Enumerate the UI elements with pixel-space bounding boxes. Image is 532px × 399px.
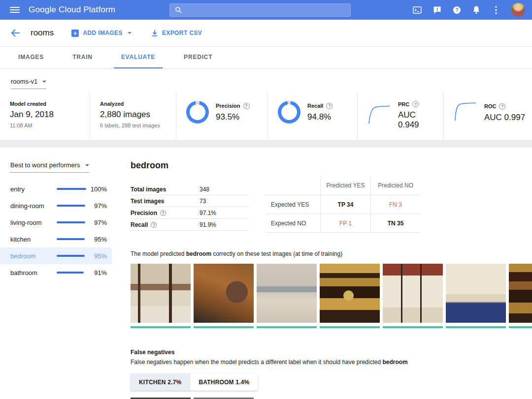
bell-icon[interactable]	[472, 5, 481, 14]
performers-list: entry 100% dining-room 97% living-room 9…	[0, 181, 112, 281]
help-icon[interactable]	[499, 103, 505, 110]
stat-value: Jan 9, 2018	[10, 110, 85, 120]
metric-value: 73	[200, 198, 206, 205]
caret-down-icon	[85, 164, 89, 166]
help-icon[interactable]	[160, 210, 166, 216]
confusion-col-predicted-yes: Predicted YES	[320, 176, 370, 195]
tab-predict[interactable]: PREDICT	[176, 47, 220, 68]
test-image-four-poster-bed[interactable]	[131, 264, 191, 328]
label-metrics-table: Total images 348 Test images 73 Precisio…	[131, 184, 249, 231]
caret-down-icon	[42, 81, 46, 83]
performers-sort-select[interactable]: Best to worst performers	[10, 161, 89, 173]
more-vert-icon[interactable]	[492, 5, 500, 14]
performer-label: entry	[10, 185, 57, 193]
help-icon[interactable]	[151, 222, 157, 228]
performer-bar	[57, 205, 86, 207]
stat-roc: ROC AUC 0.997	[443, 92, 532, 139]
confusion-row-expected-no: Expected NO	[266, 214, 320, 233]
thumbnail-score-bar	[509, 326, 532, 328]
model-version-value: rooms-v1	[11, 78, 37, 85]
stat-label: Recall	[307, 103, 323, 109]
dataset-toolbar: rooms ADD IMAGES EXPORT CSV	[0, 20, 532, 47]
test-image-antique-chest[interactable]	[320, 264, 380, 328]
confusion-cell-tp: TP 34	[320, 195, 370, 214]
confusion-matrix: Predicted YES Predicted NO Expected YES …	[266, 176, 420, 233]
false-negatives-section: False negatives False negatives happen w…	[131, 349, 532, 399]
help-icon[interactable]	[412, 101, 419, 107]
test-image-blue-carpet-bedroom[interactable]	[446, 264, 506, 328]
stat-sub: 11:08 AM	[10, 123, 85, 128]
stat-label: Analyzed	[100, 101, 171, 107]
metric-label: Precision	[131, 210, 157, 216]
metric-value: 91.9%	[200, 221, 216, 228]
tab-train[interactable]: TRAIN	[65, 47, 100, 68]
search-bar[interactable]	[169, 3, 351, 17]
performer-bar	[57, 188, 86, 190]
caption-text: The model predicted	[131, 250, 186, 257]
export-csv-button[interactable]: EXPORT CSV	[151, 30, 202, 37]
stat-precision: Precision 93.5%	[176, 92, 267, 139]
user-avatar[interactable]	[511, 3, 525, 17]
version-row: rooms-v1	[0, 69, 532, 91]
performers-sort-value: Best to worst performers	[10, 161, 80, 169]
stat-recall: Recall 94.8%	[267, 92, 357, 139]
add-box-icon	[71, 30, 79, 37]
back-arrow-icon[interactable]	[11, 27, 23, 39]
performer-row-dining-room[interactable]: dining-room 97%	[0, 197, 112, 214]
test-image-dresser-drawers[interactable]	[257, 264, 317, 328]
thumbnail-score-bar	[257, 326, 317, 328]
model-version-select[interactable]: rooms-v1	[11, 78, 46, 89]
correct-predictions-caption: The model predicted bedroom correctly on…	[131, 250, 532, 257]
tab-bar: IMAGES TRAIN EVALUATE PREDICT	[0, 47, 532, 69]
metric-label: Test images	[131, 198, 164, 205]
performer-row-bathroom[interactable]: bathroom 91%	[0, 264, 112, 281]
tab-evaluate[interactable]: EVALUATE	[114, 47, 163, 68]
precision-donut-chart	[186, 101, 209, 123]
help-icon[interactable]	[326, 103, 332, 109]
recall-donut-chart	[278, 101, 300, 123]
thumbnail-score-bar	[446, 326, 506, 328]
roc-curve-sparkline	[454, 101, 477, 124]
chip-kitchen[interactable]: KITCHEN 2.7%	[131, 373, 190, 391]
performer-label: bathroom	[10, 269, 57, 276]
metric-row-recall: Recall 91.9%	[131, 219, 249, 231]
performer-row-kitchen[interactable]: kitchen 95%	[0, 231, 112, 247]
caption-text: False negatives happen when the model pr…	[131, 359, 382, 366]
performer-label: kitchen	[10, 236, 57, 243]
confusion-cell-fp: FP 1	[320, 214, 370, 233]
performer-row-bedroom[interactable]: bedroom 95%	[0, 247, 112, 264]
search-input[interactable]	[183, 6, 346, 14]
stat-label: PRC	[398, 101, 409, 107]
performer-label: dining-room	[10, 202, 57, 210]
section-divider-band	[0, 140, 532, 147]
stat-value: 2,880 images	[100, 110, 171, 120]
performer-pct: 97%	[86, 202, 107, 210]
performer-row-living-room[interactable]: living-room 97%	[0, 214, 112, 231]
false-negatives-caption: False negatives happen when the model pr…	[131, 359, 532, 366]
stat-prc: PRC AUC 0.949	[357, 92, 443, 139]
tab-images[interactable]: IMAGES	[11, 47, 51, 68]
performer-row-entry[interactable]: entry 100%	[0, 181, 112, 197]
performer-pct: 100%	[86, 185, 107, 193]
performer-pct: 97%	[86, 219, 107, 226]
help-circle-icon[interactable]: ?	[452, 5, 461, 14]
metric-row-total-images: Total images 348	[131, 184, 249, 195]
chip-bathroom[interactable]: BATHROOM 1.4%	[190, 373, 258, 391]
test-image-canopy-bedroom[interactable]	[383, 264, 443, 328]
test-image-wooden-desk-chair[interactable]	[194, 264, 254, 328]
hamburger-icon[interactable]	[10, 7, 20, 13]
false-negative-chips: KITCHEN 2.7% BATHROOM 1.4%	[131, 373, 258, 391]
add-images-label: ADD IMAGES	[83, 30, 123, 36]
cloud-shell-icon[interactable]	[413, 5, 422, 14]
stat-model-created: Model created Jan 9, 2018 11:08 AM	[0, 92, 90, 139]
confusion-row-expected-yes: Expected YES	[266, 195, 320, 214]
svg-text:?: ?	[455, 7, 458, 13]
thumbnail-score-bar	[194, 326, 254, 328]
help-icon[interactable]	[243, 103, 250, 109]
feedback-icon[interactable]	[432, 5, 441, 14]
stat-value: 94.8%	[307, 112, 332, 122]
stat-value: 93.5%	[216, 112, 250, 122]
add-images-button[interactable]: ADD IMAGES	[71, 30, 132, 37]
stat-analyzed: Analyzed 2,880 images 6 labels, 288 test…	[90, 92, 176, 139]
test-image-antique-chest-2[interactable]	[509, 264, 532, 328]
